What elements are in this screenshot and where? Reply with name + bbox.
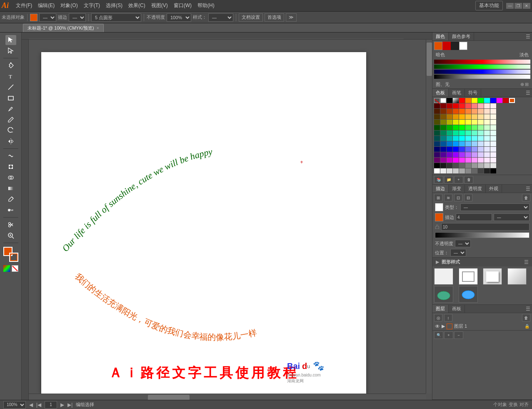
color-cell-11-9[interactable] bbox=[490, 163, 496, 168]
color-cell-8-1[interactable] bbox=[440, 147, 446, 152]
fill-icon-1[interactable]: ⊕ bbox=[520, 82, 524, 87]
color-cell-9-9[interactable] bbox=[490, 152, 496, 157]
page-number-input[interactable] bbox=[45, 401, 57, 409]
color-cell-5-6[interactable] bbox=[472, 130, 477, 135]
layer-add-btn[interactable]: + bbox=[444, 331, 453, 339]
swatch-libraries-btn[interactable]: 📚 bbox=[434, 176, 443, 183]
color-cell-6-8[interactable] bbox=[484, 136, 490, 141]
color-cell-10-5[interactable] bbox=[465, 158, 471, 163]
color-cell-3-6[interactable] bbox=[472, 120, 477, 125]
layer-find-btn[interactable]: 🔍 bbox=[434, 331, 443, 339]
stroke-icon-1[interactable]: ⊞ bbox=[434, 194, 442, 201]
color-cell-4-5[interactable] bbox=[465, 125, 471, 130]
color-cell-1-7[interactable] bbox=[478, 109, 484, 114]
scissors-tool[interactable] bbox=[5, 220, 16, 230]
opacity-dropdown[interactable]: 100% bbox=[167, 13, 191, 22]
color-cell-8-9[interactable] bbox=[490, 147, 496, 152]
menu-item-o[interactable]: 对象(O) bbox=[57, 1, 80, 10]
color-cell-11-3[interactable] bbox=[453, 163, 459, 168]
type-tool[interactable]: T bbox=[5, 71, 16, 81]
style-stroke[interactable] bbox=[459, 268, 478, 285]
color-cell-1-4[interactable] bbox=[459, 109, 465, 114]
prev-page-btn[interactable]: ◀ bbox=[29, 402, 33, 408]
maximize-button[interactable]: ❐ bbox=[515, 3, 522, 9]
color-cell-10-4[interactable] bbox=[459, 158, 465, 163]
scrollbar-right[interactable] bbox=[426, 40, 432, 394]
color-cell-6-1[interactable] bbox=[440, 136, 446, 141]
color-cell-6-2[interactable] bbox=[447, 136, 452, 141]
layer-delete-btn[interactable]: 🗑 bbox=[522, 314, 530, 321]
color-cell-2-3[interactable] bbox=[453, 114, 459, 119]
color-cell-4-4[interactable] bbox=[459, 125, 465, 130]
color-cell-9-0[interactable] bbox=[434, 152, 440, 157]
scrollbar-bottom[interactable] bbox=[29, 394, 426, 400]
accent-swatch[interactable] bbox=[509, 98, 515, 103]
color-cell-8-3[interactable] bbox=[453, 147, 459, 152]
swatches-menu[interactable]: ☰ bbox=[526, 90, 530, 96]
color-tab[interactable]: 颜色 bbox=[432, 33, 449, 40]
color-cell-3-0[interactable] bbox=[434, 120, 440, 125]
color-cell-6-7[interactable] bbox=[478, 136, 484, 141]
style-green[interactable] bbox=[434, 286, 453, 303]
color-cell-8-7[interactable] bbox=[478, 147, 484, 152]
color-cell-1-5[interactable] bbox=[465, 109, 471, 114]
color-cell-1-2[interactable] bbox=[447, 109, 452, 114]
color-cell-11-1[interactable] bbox=[440, 163, 446, 168]
color-cell-1-3[interactable] bbox=[453, 109, 459, 114]
color-cell-0-2[interactable] bbox=[447, 103, 452, 108]
color-cell-6-5[interactable] bbox=[465, 136, 471, 141]
eyedropper-tool[interactable] bbox=[5, 194, 16, 204]
color-cell-1-9[interactable] bbox=[490, 109, 496, 114]
color-cell-3-3[interactable] bbox=[453, 120, 459, 125]
color-cell-11-4[interactable] bbox=[459, 163, 465, 168]
fill-stroke-widget[interactable] bbox=[3, 247, 18, 262]
color-cell-8-2[interactable] bbox=[447, 147, 452, 152]
color-cell-9-6[interactable] bbox=[472, 152, 477, 157]
swatches-tab[interactable]: 色板 bbox=[432, 89, 449, 97]
color-cell-4-9[interactable] bbox=[490, 125, 496, 130]
direct-selection-tool[interactable] bbox=[5, 46, 16, 56]
workspace-selector[interactable]: 基本功能 bbox=[475, 1, 503, 10]
color-cell-6-9[interactable] bbox=[490, 136, 496, 141]
color-cell-3-9[interactable] bbox=[490, 120, 496, 125]
layer-expand-icon[interactable]: ▶ bbox=[442, 324, 445, 329]
active-fill-swatch[interactable] bbox=[434, 42, 442, 50]
color-cell-1-0[interactable] bbox=[434, 109, 440, 114]
color-cell-10-6[interactable] bbox=[472, 158, 477, 163]
color-cell-5-3[interactable] bbox=[453, 130, 459, 135]
gray-gradient[interactable] bbox=[434, 75, 530, 79]
stroke-size-input[interactable] bbox=[456, 213, 492, 221]
shape-styles-menu[interactable]: ☰ bbox=[524, 259, 529, 265]
color-cell-0-3[interactable] bbox=[453, 103, 459, 108]
color-cell-1-6[interactable] bbox=[472, 109, 477, 114]
color-cell-4-7[interactable] bbox=[478, 125, 484, 130]
delete-swatch-btn[interactable]: 🗑 bbox=[464, 176, 473, 183]
menu-item-c[interactable]: 效果(C) bbox=[125, 1, 148, 10]
menu-item-v[interactable]: 视图(V) bbox=[148, 1, 171, 10]
color-cell-0-5[interactable] bbox=[465, 103, 471, 108]
new-color-group-btn[interactable]: 📁 bbox=[444, 176, 453, 183]
color-cell-10-1[interactable] bbox=[440, 158, 446, 163]
color-cell-2-8[interactable] bbox=[484, 114, 490, 119]
gradient-tool[interactable] bbox=[5, 183, 16, 193]
color-cell-0-6[interactable] bbox=[472, 103, 477, 108]
color-cell-7-5[interactable] bbox=[465, 141, 471, 146]
color-cell-0-7[interactable] bbox=[478, 103, 484, 108]
layers-menu[interactable]: ☰ bbox=[526, 306, 530, 312]
layer-arrows-btn[interactable]: ↕ bbox=[444, 314, 452, 321]
stroke-fill-swatch[interactable] bbox=[435, 203, 443, 211]
color-cell-7-8[interactable] bbox=[484, 141, 490, 146]
color-cell-10-7[interactable] bbox=[478, 158, 484, 163]
brush-type-dropdown[interactable]: 5 点圆形 bbox=[91, 13, 141, 22]
gradient-tab[interactable]: 渐变 bbox=[449, 185, 465, 193]
color-cell-5-2[interactable] bbox=[447, 130, 452, 135]
green-gradient[interactable] bbox=[434, 65, 530, 69]
color-cell-8-5[interactable] bbox=[465, 147, 471, 152]
color-cell-7-1[interactable] bbox=[440, 141, 446, 146]
menu-item-w[interactable]: 窗口(W) bbox=[171, 1, 195, 10]
color-cell-11-5[interactable] bbox=[465, 163, 471, 168]
fill-icon-2[interactable]: ⊞ bbox=[525, 82, 529, 87]
color-cell-2-7[interactable] bbox=[478, 114, 484, 119]
color-cell-10-3[interactable] bbox=[453, 158, 459, 163]
blend-tool[interactable] bbox=[5, 205, 16, 215]
